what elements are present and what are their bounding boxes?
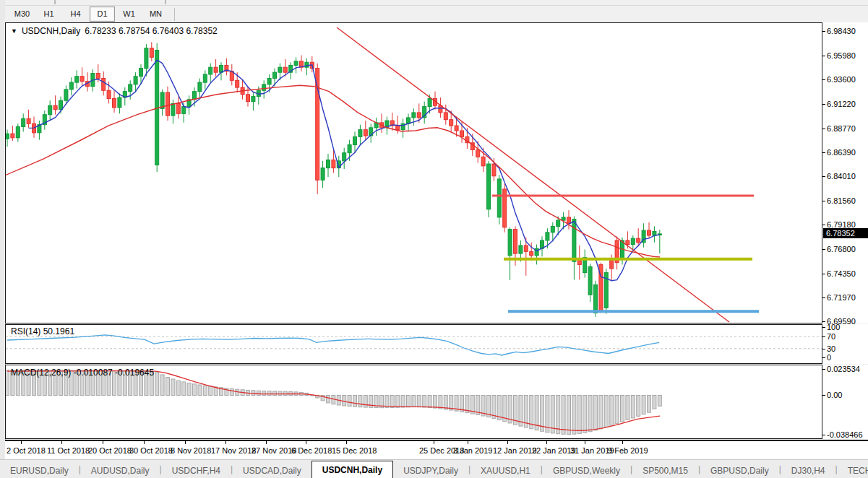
- candle: [487, 164, 491, 209]
- rsi-tick: [822, 349, 825, 349]
- macd-histogram-bar: [198, 385, 202, 395]
- macd-histogram-bar: [364, 396, 367, 408]
- macd-panel[interactable]: MACD(12,26,9) -0.010087 -0.019645: [5, 365, 822, 439]
- macd-axis: 0.0235340.00-0.038466: [822, 365, 868, 439]
- candle: [80, 77, 84, 82]
- candlestick-chart[interactable]: [6, 23, 822, 323]
- price-axis-label: 6.76800: [827, 245, 856, 253]
- candle: [102, 79, 106, 91]
- chart-ohlc-values: 6.78233 6.78754 6.76403 6.78352: [85, 26, 218, 36]
- macd-histogram-bar: [642, 396, 645, 414]
- tab-sp500-m15[interactable]: SP500,M15: [632, 464, 698, 478]
- rsi-axis: 10070300: [822, 324, 868, 364]
- time-axis-label: 2 Oct 2018: [7, 446, 46, 455]
- macd-histogram-bar: [155, 372, 159, 395]
- candle: [610, 259, 614, 269]
- tab-usdjpy-daily[interactable]: USDJPY,Daily: [393, 464, 468, 478]
- tab-eurusd-daily[interactable]: EURUSD,Daily: [0, 464, 79, 478]
- candle: [562, 217, 565, 220]
- price-tick: [822, 225, 825, 225]
- current-price-badge: 6.78352: [823, 228, 868, 238]
- time-axis-label: 15 Dec 2018: [332, 446, 377, 455]
- macd-histogram-bar: [434, 396, 437, 409]
- rsi-tick: [822, 357, 825, 358]
- tab-usdcnh-daily[interactable]: USDCNH,Daily: [311, 461, 393, 478]
- timeframe-button-m30[interactable]: M30: [9, 6, 35, 22]
- candle: [396, 126, 400, 130]
- candle: [316, 69, 319, 181]
- timeframe-button-d1[interactable]: D1: [90, 6, 115, 22]
- macd-histogram-bar: [6, 370, 9, 395]
- macd-histogram-bar: [278, 391, 282, 395]
- price-axis-label: 6.81560: [827, 196, 856, 205]
- macd-histogram-bar: [343, 396, 346, 406]
- candle: [48, 105, 52, 115]
- macd-histogram-bar: [444, 396, 447, 409]
- ma-slow-line: [6, 85, 660, 257]
- candle: [246, 95, 250, 102]
- macd-histogram-bar: [166, 378, 170, 396]
- rsi-label: RSI(14) 50.1961: [11, 326, 74, 336]
- price-axis-label: 6.91220: [827, 100, 856, 108]
- macd-histogram-bar: [267, 391, 271, 396]
- macd-tick: [822, 395, 825, 396]
- symbol-dropdown-icon[interactable]: ▼: [11, 27, 17, 35]
- rsi-panel[interactable]: RSI(14) 50.1961: [5, 324, 822, 364]
- timeframe-button-h1[interactable]: H1: [36, 6, 61, 22]
- candle: [519, 245, 523, 253]
- macd-histogram-bar: [423, 396, 426, 408]
- tab-gbpusd-weekly[interactable]: GBPUSD,Weekly: [543, 464, 630, 478]
- tab-dj30-h4[interactable]: DJ30,H4: [781, 464, 835, 478]
- candle: [64, 90, 68, 100]
- price-axis[interactable]: 6.984306.959806.936006.912206.887706.863…: [822, 22, 868, 323]
- candle: [294, 61, 298, 66]
- candle: [450, 120, 453, 126]
- macd-histogram-bar: [599, 396, 603, 429]
- time-axis-label: 30 Oct 2018: [129, 446, 173, 455]
- candle: [278, 67, 282, 72]
- candle: [648, 230, 651, 235]
- macd-histogram-bar: [594, 396, 598, 430]
- macd-histogram-bar: [407, 396, 411, 407]
- main-chart-panel[interactable]: ▼ USDCNH,Daily 6.78233 6.78754 6.76403 6…: [5, 22, 822, 323]
- macd-histogram-bar: [621, 396, 624, 422]
- time-tick: [306, 441, 306, 444]
- macd-histogram-bar: [658, 396, 661, 407]
- macd-histogram-bar: [273, 391, 277, 396]
- macd-histogram-bar: [390, 396, 394, 408]
- timeframe-button-w1[interactable]: W1: [116, 6, 142, 22]
- macd-histogram-bar: [562, 396, 565, 435]
- macd-histogram-bar: [626, 396, 629, 420]
- candle: [203, 74, 207, 82]
- macd-histogram-bar: [182, 382, 186, 396]
- rsi-axis-label: 70: [827, 332, 835, 341]
- time-tick: [103, 441, 103, 444]
- tab-tech100-h1[interactable]: TECH100,H1: [838, 464, 868, 478]
- tab-usdcad-daily[interactable]: USDCAD,Daily: [233, 464, 311, 478]
- tab-gbpusd-daily[interactable]: GBPUSD,Daily: [700, 464, 779, 478]
- candle: [182, 107, 186, 114]
- tab-xauusd-h1[interactable]: XAUUSD,H1: [470, 464, 541, 478]
- price-axis-label: 6.98430: [827, 27, 856, 35]
- price-tick: [822, 297, 825, 298]
- candle: [653, 231, 656, 235]
- time-axis[interactable]: 2 Oct 201811 Oct 201820 Oct 201830 Oct 2…: [5, 440, 868, 460]
- macd-histogram-bar: [615, 396, 619, 424]
- candle: [134, 77, 137, 84]
- macd-histogram-bar: [327, 396, 330, 403]
- timeframe-button-h4[interactable]: H4: [63, 6, 88, 22]
- macd-histogram-bar: [610, 396, 614, 426]
- price-tick: [822, 152, 825, 153]
- price-axis-label: 6.88770: [827, 124, 856, 133]
- price-axis-label: 6.86390: [827, 148, 856, 157]
- time-tick: [622, 441, 623, 444]
- timeframe-button-mn[interactable]: MN: [143, 6, 168, 22]
- time-tick: [585, 441, 585, 444]
- candle: [267, 79, 271, 84]
- tab-audusd-daily[interactable]: AUDUSD,Daily: [81, 464, 160, 478]
- price-axis-label: 6.71970: [827, 293, 856, 302]
- tab-usdchf-h4[interactable]: USDCHF,H4: [162, 464, 231, 478]
- candle: [412, 113, 416, 118]
- time-tick: [468, 441, 468, 444]
- candle: [305, 62, 309, 67]
